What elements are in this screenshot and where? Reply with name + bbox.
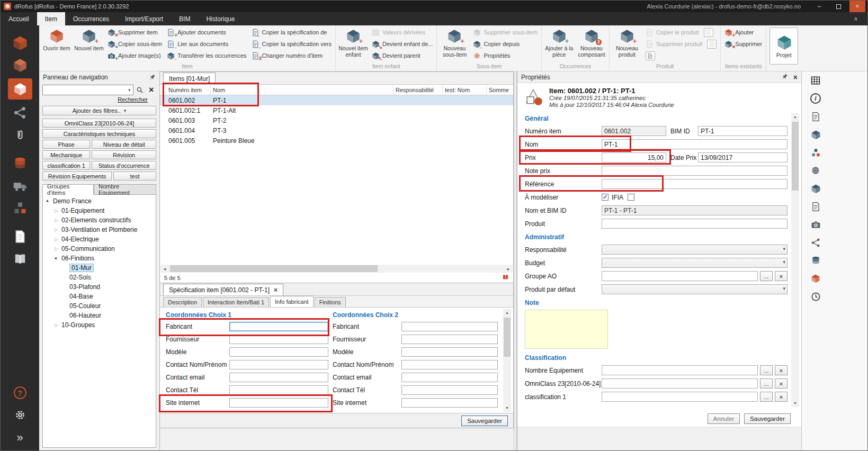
tab-interaction-item-bati[interactable]: Interaction Item/Bati 1 [203, 297, 269, 307]
table-row-0601-003[interactable]: 0601.003PT-2 [160, 115, 513, 125]
produit-par-defaut-dropdown[interactable]: ▾ [602, 284, 788, 294]
table-view-icon[interactable] [809, 75, 822, 86]
history-clock-icon[interactable] [809, 291, 822, 302]
properties-vertical-scrollbar[interactable]: ▴ ▾ [791, 113, 799, 407]
tree-node-03-plafond[interactable]: 03-Plafond [43, 282, 156, 292]
copy-spec-from-button[interactable]: ← Copier la spécification de [249, 28, 334, 37]
properties-close-icon[interactable]: × [793, 73, 798, 82]
properties-form-icon[interactable] [809, 111, 822, 122]
contact-email-2-input[interactable] [401, 373, 498, 382]
tab-description[interactable]: Description [163, 297, 202, 307]
help-icon[interactable]: ? [14, 386, 26, 399]
close-button[interactable]: × [849, 1, 865, 12]
column-test-nom[interactable]: test: Nom [443, 85, 487, 95]
transfer-occurrences-button[interactable]: → Transférer les occurrences [165, 51, 248, 60]
groupe-ao-clear-button[interactable]: × [775, 271, 788, 281]
table-row-0601-002-1[interactable]: 0601.002:1PT-1-Alt [160, 105, 513, 115]
settings-gear-icon[interactable] [14, 409, 26, 423]
tree-node-04-base[interactable]: 04-Base [43, 292, 156, 301]
numero-item-field[interactable] [602, 126, 666, 136]
table-row-0601-004[interactable]: 0601.004PT-3 [160, 125, 513, 136]
add-images-button[interactable]: + Ajouter image(s) [105, 51, 164, 60]
spec-save-button[interactable]: Sauvegarder [461, 416, 508, 426]
occurrences-module-icon[interactable] [1, 102, 39, 124]
items-module-icon[interactable] [1, 32, 39, 54]
add-documents-button[interactable]: + Ajouter documents [165, 28, 248, 37]
fournisseur-2-input[interactable] [401, 335, 498, 344]
add-to-room-button[interactable]: + Ajouter à la pièce [543, 26, 575, 61]
close-specification-tab-icon[interactable]: × [274, 286, 278, 294]
contact-nom-prenom-2-input[interactable] [401, 360, 498, 369]
spec-vertical-scrollbar[interactable]: ▴ ▾ [503, 309, 511, 412]
budget-dropdown[interactable]: ▾ [602, 258, 788, 268]
groupe-ao-browse-button[interactable]: ... [760, 271, 773, 281]
maximize-button[interactable] [830, 1, 846, 12]
move-item-icon[interactable] [809, 147, 822, 158]
minimize-button[interactable]: – [811, 1, 827, 12]
nombre-equipement-browse-button[interactable]: ... [760, 365, 773, 375]
delete-product-button[interactable]: Supprimer produit [643, 39, 719, 49]
fournisseur-input[interactable] [229, 335, 328, 344]
link-documents-button[interactable]: → Lier aux documents [165, 39, 248, 49]
items-tab[interactable]: Items [01-Mur] [163, 73, 216, 84]
documents-module-icon[interactable] [1, 226, 39, 248]
tree-node-04-electrique[interactable]: ▷04-Electrique [43, 234, 156, 244]
contact-tel-input[interactable] [229, 385, 328, 395]
components-icon[interactable] [809, 273, 822, 284]
note-prix-field[interactable] [602, 166, 788, 176]
reference-field[interactable] [602, 179, 788, 189]
a-modeliser-checkbox[interactable] [602, 194, 609, 201]
search-dropdown-icon[interactable]: ▾ [127, 87, 132, 93]
product-box-icon[interactable] [809, 183, 822, 194]
nav-pin-icon[interactable] [149, 74, 156, 82]
relations-icon[interactable] [809, 237, 822, 248]
properties-pin-icon[interactable] [782, 73, 788, 81]
ifia-checkbox[interactable] [628, 194, 634, 201]
tab-info-fabricant[interactable]: Info fabricant [270, 296, 314, 307]
table-row-0601-002[interactable]: 0601.002PT-1 [160, 95, 513, 105]
becomes-parent-button[interactable]: ↖ Devient parent [370, 51, 435, 60]
scroll-left-icon[interactable]: ◂ [160, 265, 169, 273]
new-component-button[interactable]: 2 Nouveau composant [576, 26, 607, 61]
filter-phase-button[interactable]: Phase [42, 140, 90, 149]
tree-node-01-mur-selected[interactable]: 01-Mur [43, 263, 156, 273]
add-existing-item-button[interactable]: + Ajouter [722, 28, 764, 37]
data-icon[interactable] [809, 255, 822, 266]
delete-subitem-button[interactable]: Supprimer sous-item [471, 28, 539, 37]
search-input[interactable] [45, 86, 127, 94]
reports-module-icon[interactable] [1, 248, 39, 270]
project-button[interactable]: Projet [769, 28, 798, 65]
filter-revision-equipements-button[interactable]: Révision Equipements [42, 172, 112, 181]
product-report-button[interactable] [643, 51, 719, 60]
collapse-ribbon-icon[interactable]: ∧ [844, 12, 867, 25]
scroll-down-icon[interactable]: ▾ [791, 399, 799, 407]
rechercher-link[interactable]: Rechercher [118, 96, 148, 103]
subitem-properties-button[interactable]: Propriétés [471, 51, 539, 60]
omniclass-browse-button[interactable]: ... [760, 378, 773, 389]
tree-node-root[interactable]: ▸Demo France [43, 196, 156, 206]
add-filters-button[interactable]: Ajouter des filtres.. ▾ [42, 106, 156, 115]
delete-item-button[interactable]: × Supprimer item [105, 28, 164, 37]
scrollbar-thumb[interactable] [792, 122, 799, 191]
column-somme[interactable]: Somme [487, 85, 513, 95]
tree-node-01-equipement[interactable]: ▷01-Equipement [43, 206, 156, 215]
tab-bim[interactable]: BIM [171, 12, 198, 25]
expand-sidebar-icon[interactable]: » [16, 432, 23, 443]
modele-input[interactable] [229, 347, 328, 357]
tab-finitions[interactable]: Finitions [315, 297, 346, 307]
nom-field[interactable] [602, 139, 788, 149]
new-product-button[interactable]: + Nouveau produit [611, 26, 643, 61]
scroll-down-icon[interactable]: ▾ [503, 404, 511, 412]
classification-1-field[interactable] [602, 392, 758, 402]
filter-omniclass-button[interactable]: OmniClass 23[2010-06-24] [42, 119, 156, 128]
classification-1-clear-button[interactable]: × [775, 392, 788, 402]
filter-revision-button[interactable]: Révision [92, 150, 156, 159]
tab-historique[interactable]: Historique [198, 12, 243, 25]
cancel-button[interactable]: Annuler [708, 413, 740, 424]
contact-tel-2-input[interactable] [401, 385, 498, 395]
site-internet-2-input[interactable] [401, 398, 498, 408]
column-numero-item[interactable]: Numéro item [160, 85, 211, 95]
contact-email-input[interactable] [229, 373, 328, 382]
change-item-number-button[interactable]: # Changer numéro d'item [249, 51, 334, 60]
fabricant-input[interactable] [229, 322, 328, 331]
